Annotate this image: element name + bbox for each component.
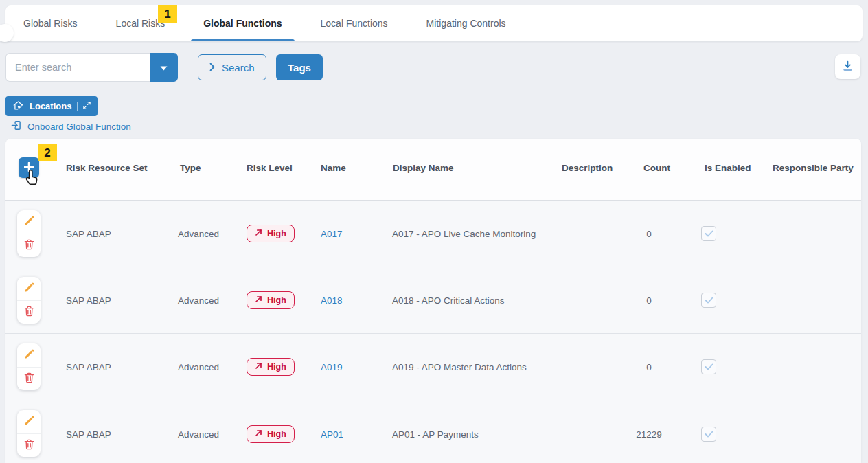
delete-button[interactable] bbox=[17, 300, 41, 324]
search-button-label: Search bbox=[222, 62, 255, 74]
tab-bar: Global Risks Local Risks Global Function… bbox=[5, 5, 863, 41]
check-icon bbox=[705, 361, 713, 373]
cell-display-name: A019 - APO Master Data Actions bbox=[392, 362, 527, 372]
chevron-right-icon bbox=[209, 62, 215, 74]
cell-display-name: A017 - APO Live Cache Monitoring bbox=[392, 229, 536, 239]
locations-button[interactable]: Locations bbox=[5, 96, 98, 116]
cell-risk-resource-set: SAP ABAP bbox=[66, 229, 111, 239]
delete-button[interactable] bbox=[17, 367, 41, 391]
function-name-link[interactable]: A017 bbox=[321, 229, 343, 239]
page: Global Risks Local Risks Global Function… bbox=[0, 0, 868, 463]
cell-count: 0 bbox=[618, 362, 680, 372]
cell-count: 21229 bbox=[618, 429, 680, 439]
tab-mitigating-controls[interactable]: Mitigating Controls bbox=[415, 5, 517, 41]
trash-icon bbox=[24, 306, 34, 319]
tab-global-functions[interactable]: Global Functions bbox=[192, 5, 293, 41]
arrow-up-right-icon bbox=[255, 362, 262, 372]
trash-icon bbox=[24, 439, 34, 452]
onboard-icon bbox=[11, 120, 21, 133]
home-cursor-icon bbox=[12, 100, 24, 113]
check-icon bbox=[705, 294, 713, 306]
download-button[interactable] bbox=[835, 54, 860, 79]
onboard-link-label: Onboard Global Function bbox=[27, 122, 131, 132]
arrow-up-right-icon bbox=[255, 429, 262, 439]
cell-type: Advanced bbox=[178, 429, 219, 439]
function-name-link[interactable]: AP01 bbox=[321, 429, 343, 439]
edit-button[interactable] bbox=[17, 410, 41, 433]
risk-level-label: High bbox=[267, 429, 286, 439]
table-row: SAP ABAP Advanced High A017 A017 - APO L… bbox=[5, 201, 861, 267]
risk-level-badge: High bbox=[247, 425, 295, 443]
tags-button[interactable]: Tags bbox=[276, 54, 323, 80]
column-header-name: Name bbox=[321, 163, 346, 173]
column-header-count: Count bbox=[643, 163, 670, 173]
delete-button[interactable] bbox=[17, 234, 41, 258]
risk-level-badge: High bbox=[247, 358, 295, 376]
delete-button[interactable] bbox=[17, 433, 41, 458]
risk-level-label: High bbox=[267, 229, 286, 238]
column-header-responsible-party: Responsible Party bbox=[773, 163, 854, 173]
risk-level-label: High bbox=[267, 362, 286, 372]
trash-icon bbox=[24, 372, 34, 385]
table-header-row: Risk Resource Set Type Risk Level Name D… bbox=[5, 139, 861, 201]
divider bbox=[77, 102, 78, 111]
arrow-up-right-icon bbox=[255, 295, 262, 305]
edit-button[interactable] bbox=[17, 343, 41, 367]
column-header-risk-level: Risk Level bbox=[247, 163, 293, 173]
table-row: SAP ABAP Advanced High A018 A018 - APO C… bbox=[5, 267, 861, 334]
cell-display-name: AP01 - AP Payments bbox=[392, 429, 479, 439]
expand-icon bbox=[83, 101, 91, 111]
pencil-icon bbox=[23, 215, 35, 229]
search-button[interactable]: Search bbox=[198, 54, 266, 80]
edit-button[interactable] bbox=[17, 277, 41, 300]
arrow-up-right-icon bbox=[255, 229, 262, 238]
column-header-risk-resource-set: Risk Resource Set bbox=[66, 163, 148, 173]
column-header-type: Type bbox=[180, 163, 201, 173]
check-icon bbox=[705, 428, 713, 440]
risk-level-badge: High bbox=[247, 291, 295, 309]
column-header-display-name: Display Name bbox=[393, 163, 454, 173]
table-row: SAP ABAP Advanced High A019 A019 - APO M… bbox=[5, 334, 861, 400]
row-action-group bbox=[17, 410, 41, 457]
caret-down-icon bbox=[160, 63, 168, 73]
table-row: SAP ABAP Advanced High AP01 AP01 - AP Pa… bbox=[5, 400, 861, 463]
locations-button-label: Locations bbox=[30, 101, 71, 111]
pencil-icon bbox=[23, 282, 35, 295]
tab-local-functions[interactable]: Local Functions bbox=[310, 5, 399, 41]
cell-type: Advanced bbox=[178, 229, 219, 239]
drawer-handle-notch[interactable] bbox=[0, 24, 14, 42]
function-name-link[interactable]: A019 bbox=[321, 362, 343, 372]
cell-count: 0 bbox=[618, 229, 680, 239]
check-icon bbox=[705, 227, 713, 240]
cell-risk-resource-set: SAP ABAP bbox=[66, 295, 111, 306]
trash-icon bbox=[24, 239, 34, 252]
risk-level-badge: High bbox=[247, 225, 295, 242]
tags-button-label: Tags bbox=[288, 62, 311, 74]
cell-risk-resource-set: SAP ABAP bbox=[66, 429, 111, 439]
tab-global-risks[interactable]: Global Risks bbox=[12, 5, 89, 41]
annotation-step-2-badge: 2 bbox=[38, 144, 57, 161]
cursor-pointer-icon bbox=[24, 169, 41, 190]
search-group bbox=[5, 53, 178, 82]
functions-table: Risk Resource Set Type Risk Level Name D… bbox=[5, 139, 861, 463]
is-enabled-checkbox[interactable] bbox=[701, 359, 716, 374]
is-enabled-checkbox[interactable] bbox=[701, 293, 716, 308]
search-dropdown-button[interactable] bbox=[150, 53, 178, 82]
cell-type: Advanced bbox=[178, 362, 219, 372]
row-action-group bbox=[17, 210, 41, 257]
row-action-group bbox=[17, 277, 41, 324]
annotation-step-1-badge: 1 bbox=[158, 5, 177, 23]
download-icon bbox=[842, 60, 854, 74]
is-enabled-checkbox[interactable] bbox=[701, 427, 716, 442]
cell-risk-resource-set: SAP ABAP bbox=[66, 362, 111, 372]
cell-type: Advanced bbox=[178, 295, 219, 306]
pencil-icon bbox=[23, 348, 35, 362]
risk-level-label: High bbox=[267, 295, 286, 305]
search-input[interactable] bbox=[5, 53, 150, 82]
cell-count: 0 bbox=[618, 295, 680, 306]
is-enabled-checkbox[interactable] bbox=[701, 226, 716, 241]
function-name-link[interactable]: A018 bbox=[321, 295, 343, 306]
onboard-global-function-link[interactable]: Onboard Global Function bbox=[11, 120, 131, 133]
edit-button[interactable] bbox=[17, 210, 41, 234]
pencil-icon bbox=[23, 415, 35, 429]
